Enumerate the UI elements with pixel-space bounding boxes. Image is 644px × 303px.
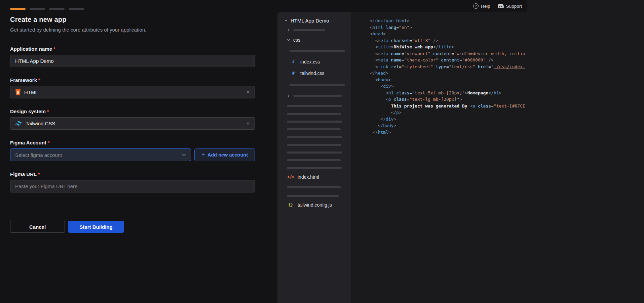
cancel-button[interactable]: Cancel <box>10 221 65 233</box>
code-line: This project was generated By <a class="… <box>370 103 527 110</box>
tree-file-tailwind-css[interactable]: #tailwind.css <box>277 67 351 79</box>
figma-account-select[interactable]: Select figma account <box>10 148 191 161</box>
field-figma-url: Figma URL* <box>10 171 267 192</box>
skeleton-bar <box>287 136 342 138</box>
editor-gutter-line <box>360 14 360 134</box>
skeleton-bar <box>287 167 342 169</box>
add-new-account-button[interactable]: + Add new account <box>194 148 255 161</box>
tree-skeleton-row <box>277 101 351 110</box>
code-line: <title>DhiWise web app</title> <box>370 44 527 50</box>
skeleton-bar <box>293 29 325 31</box>
tree-root-html-app-demo[interactable]: HTML App Demo <box>277 15 351 26</box>
discord-icon <box>498 4 504 8</box>
code-line: </head> <box>370 70 527 77</box>
tree-skeleton-row <box>277 133 351 141</box>
code-line: <meta name="theme-color" content="#00000… <box>370 57 527 63</box>
code-line: <meta charset="utf-8" /> <box>370 37 527 44</box>
figma-url-input[interactable] <box>10 180 255 192</box>
chevron-right-icon <box>287 94 290 97</box>
css-file-icon: # <box>290 59 297 64</box>
topbar: ? Help Support <box>0 0 527 12</box>
tree-skeleton-row <box>277 45 351 56</box>
html-file-icon: </> <box>287 175 295 179</box>
add-account-label: Add new account <box>207 152 248 158</box>
tree-file-tailwind-config-js[interactable]: {}tailwind.config.js <box>277 200 351 210</box>
skeleton-bar <box>287 121 342 123</box>
topbar-actions: ? Help Support <box>473 3 522 9</box>
file-explorer-panel: HTML App Democss#index.css#tailwind.css<… <box>277 12 351 303</box>
tree-skeleton-row <box>277 141 351 148</box>
code-line: </div> <box>370 116 527 123</box>
framework-remove-button[interactable]: × <box>246 90 250 95</box>
tree-file-index-html[interactable]: </>index.html <box>277 172 351 182</box>
field-framework: Framework* 5 HTML × <box>10 77 267 98</box>
skeleton-bar <box>287 113 341 115</box>
skeleton-bar <box>287 144 341 146</box>
js-config-file-icon: {} <box>287 203 295 207</box>
tree-item-label: index.css <box>300 59 320 64</box>
help-button[interactable]: ? Help <box>473 3 490 9</box>
figma-url-label: Figma URL* <box>10 171 267 177</box>
framework-select[interactable]: 5 HTML × <box>10 86 255 98</box>
page-title: Create a new app <box>10 16 267 24</box>
code-line: </html> <box>370 129 527 136</box>
tree-item-label: tailwind.config.js <box>298 202 332 208</box>
tree-file-index-css[interactable]: #index.css <box>277 56 351 67</box>
html5-icon: 5 <box>15 89 21 95</box>
framework-value: HTML <box>24 89 242 95</box>
page-subtitle: Get started by defining the core attribu… <box>10 27 267 33</box>
design-system-remove-button[interactable]: × <box>246 121 250 126</box>
tree-item-label: HTML App Demo <box>291 18 329 24</box>
code-editor-panel[interactable]: <!doctype html><html lang="en"><head> <m… <box>351 12 527 303</box>
design-system-label: Design system* <box>10 109 267 114</box>
application-name-input[interactable] <box>10 55 255 67</box>
skeleton-bar <box>290 50 345 52</box>
framework-label: Framework* <box>10 77 267 83</box>
tree-item-label: tailwind.css <box>300 71 325 76</box>
code-line: <head> <box>370 31 527 37</box>
code-line: <link rel="stylesheet" type="text/css" h… <box>370 63 527 70</box>
support-button[interactable]: Support <box>498 4 522 9</box>
skeleton-bar <box>293 95 342 97</box>
required-asterisk: * <box>47 109 49 114</box>
design-system-select[interactable]: Tailwind CSS × <box>10 117 255 130</box>
tree-skeleton-row <box>277 118 351 125</box>
tree-item-label: index.html <box>298 174 319 180</box>
tree-skeleton-row <box>277 192 351 200</box>
chevron-down-icon <box>284 19 288 22</box>
start-building-button[interactable]: Start Building <box>68 221 124 233</box>
help-icon: ? <box>473 3 479 9</box>
required-asterisk: * <box>38 171 40 177</box>
skeleton-bar <box>287 186 341 188</box>
tree-folder-css[interactable]: css <box>277 35 351 45</box>
tree-skeleton-row <box>277 164 351 172</box>
tree-skeleton-row <box>277 182 351 192</box>
plus-icon: + <box>201 151 205 158</box>
tree-skeleton-row <box>277 79 351 90</box>
design-system-value: Tailwind CSS <box>26 121 242 126</box>
code-line: <html lang="en"> <box>370 24 527 31</box>
label-text: Framework <box>10 77 37 83</box>
chevron-down-icon <box>287 38 290 42</box>
form-actions: Cancel Start Building <box>10 221 267 233</box>
label-text: Figma Account <box>10 140 46 145</box>
tree-skeleton-row <box>277 26 351 35</box>
tree-skeleton-row <box>277 110 351 118</box>
skeleton-bar <box>287 152 342 154</box>
code-line: </p> <box>370 109 527 116</box>
help-label: Help <box>481 4 490 9</box>
skeleton-bar <box>287 105 342 107</box>
tree-skeleton-row <box>277 125 351 133</box>
skeleton-bar <box>287 128 341 130</box>
tree-skeleton-row <box>277 156 351 164</box>
tree-skeleton-row <box>277 148 351 156</box>
application-name-label: Application name* <box>10 46 267 52</box>
figma-account-row: Select figma account + Add new account <box>10 148 267 161</box>
figma-account-placeholder: Select figma account <box>15 152 182 158</box>
support-label: Support <box>506 4 522 9</box>
tree-skeleton-row <box>277 90 351 101</box>
code-editor-content: <!doctype html><html lang="en"><head> <m… <box>351 12 527 135</box>
code-line: <p class="text-lg mb-[30px]"> <box>370 96 527 103</box>
file-tree: HTML App Democss#index.css#tailwind.css<… <box>277 15 351 210</box>
required-asterisk: * <box>38 77 40 83</box>
